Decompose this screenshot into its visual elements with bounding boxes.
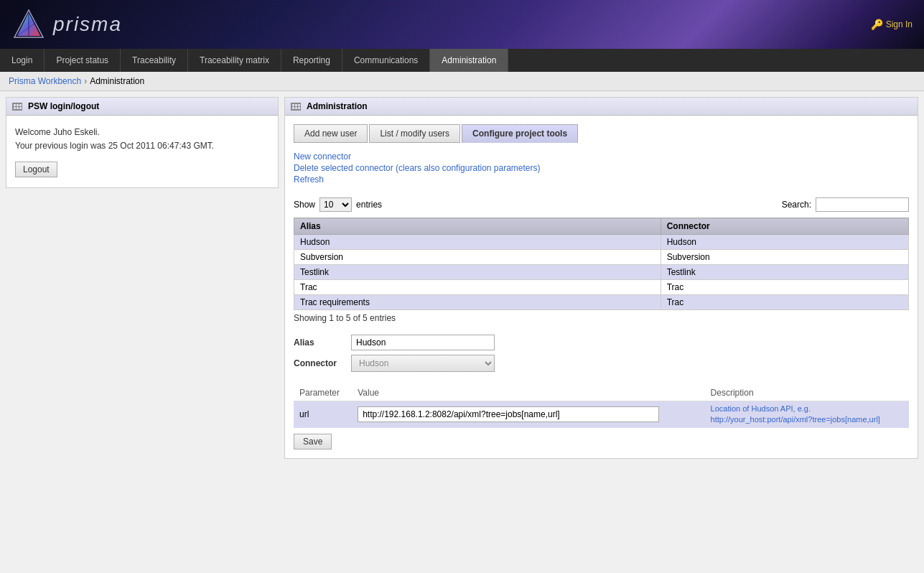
alias-input[interactable] — [351, 335, 495, 350]
tabs-container: Add new user List / modify users Configu… — [294, 124, 909, 143]
navbar: Login Project status Traceability Tracea… — [0, 49, 924, 72]
table-row[interactable]: TestlinkTestlink — [294, 265, 909, 280]
refresh-link[interactable]: Refresh — [294, 174, 909, 185]
connector-cell: Trac — [661, 295, 908, 310]
col-connector: Connector — [661, 218, 908, 235]
signin-label: Sign In — [886, 19, 913, 29]
connector-form-label: Connector — [294, 358, 351, 368]
param-desc-line2: http://your_host:port/api/xml?tree=jobs[… — [711, 415, 880, 424]
alias-cell: Testlink — [294, 265, 661, 280]
welcome-text: Welcome Juho Eskeli. Your previous login… — [15, 126, 269, 153]
nav-administration[interactable]: Administration — [430, 49, 508, 72]
breadcrumb-separator: › — [84, 76, 87, 86]
welcome-line1: Welcome Juho Eskeli. — [15, 126, 269, 139]
nav-traceability[interactable]: Traceability — [121, 49, 188, 72]
alias-row: Alias — [294, 335, 909, 350]
signin-link[interactable]: 🔑 Sign In — [871, 19, 913, 30]
nav-login[interactable]: Login — [0, 49, 45, 72]
search-label: Search: — [782, 200, 811, 210]
psw-panel: PSW login/logout Welcome Juho Eskeli. Yo… — [6, 97, 279, 188]
form-area: Alias Connector Hudson Subversion Testli… — [285, 326, 918, 385]
psw-panel-title: PSW login/logout — [28, 101, 99, 111]
connector-cell: Testlink — [661, 265, 908, 280]
breadcrumb-home[interactable]: Prisma Workbench — [9, 76, 81, 86]
header: prisma 🔑 Sign In — [0, 0, 924, 49]
search-area: Search: — [782, 197, 909, 212]
param-row: url Location of Hudson API, e.g. http://… — [294, 401, 909, 428]
tab-configure-tools[interactable]: Configure project tools — [462, 124, 578, 143]
param-name: url — [294, 401, 352, 428]
table-row[interactable]: Trac requirementsTrac — [294, 295, 909, 310]
entries-label: entries — [356, 200, 382, 210]
logo-area: prisma — [11, 7, 122, 42]
alias-cell: Trac — [294, 280, 661, 295]
connector-select[interactable]: Hudson Subversion Testlink Trac — [351, 355, 495, 372]
param-value-cell — [352, 401, 704, 428]
connector-cell: Trac — [661, 280, 908, 295]
entries-select[interactable]: 10 25 50 100 — [319, 197, 352, 212]
connector-cell: Subversion — [661, 250, 908, 265]
right-panel: Administration Add new user List / modif… — [284, 97, 918, 459]
nav-project-status[interactable]: Project status — [45, 49, 121, 72]
delete-connector-link[interactable]: Delete selected connector (clears also c… — [294, 163, 909, 173]
key-icon: 🔑 — [871, 19, 883, 30]
param-value-input[interactable] — [358, 406, 659, 422]
alias-cell: Subversion — [294, 250, 661, 265]
table-controls: Show 10 25 50 100 entries Search: — [285, 192, 918, 218]
search-input[interactable] — [816, 197, 909, 212]
col-alias: Alias — [294, 218, 661, 235]
left-panel: PSW login/logout Welcome Juho Eskeli. Yo… — [6, 97, 279, 459]
table-row[interactable]: HudsonHudson — [294, 235, 909, 250]
param-col-value: Value — [352, 385, 704, 401]
admin-panel: Administration Add new user List / modif… — [284, 97, 918, 459]
breadcrumb-current: Administration — [90, 76, 144, 86]
main-content: PSW login/logout Welcome Juho Eskeli. Yo… — [0, 91, 924, 465]
panel-grid-icon — [12, 102, 24, 111]
new-connector-link[interactable]: New connector — [294, 152, 909, 162]
connector-cell: Hudson — [661, 235, 908, 250]
nav-reporting[interactable]: Reporting — [281, 49, 342, 72]
table-row[interactable]: TracTrac — [294, 280, 909, 295]
admin-panel-icon — [291, 102, 302, 111]
admin-panel-title: Administration — [307, 101, 368, 111]
param-table: Parameter Value Description url Location… — [294, 385, 909, 428]
logo-icon — [11, 7, 46, 42]
param-col-param: Parameter — [294, 385, 352, 401]
tab-add-user[interactable]: Add new user — [294, 124, 368, 143]
show-entries-left: Show 10 25 50 100 entries — [294, 197, 382, 212]
psw-panel-body: Welcome Juho Eskeli. Your previous login… — [6, 116, 278, 187]
table-row[interactable]: SubversionSubversion — [294, 250, 909, 265]
nav-communications[interactable]: Communications — [342, 49, 430, 72]
param-col-desc: Description — [705, 385, 909, 401]
param-desc-cell: Location of Hudson API, e.g. http://your… — [705, 401, 909, 428]
alias-label: Alias — [294, 337, 351, 348]
alias-cell: Hudson — [294, 235, 661, 250]
alias-cell: Trac requirements — [294, 295, 661, 310]
tab-list-users[interactable]: List / modify users — [369, 124, 460, 143]
nav-traceability-matrix[interactable]: Traceability matrix — [188, 49, 281, 72]
show-label: Show — [294, 200, 315, 210]
action-links: New connector Delete selected connector … — [285, 152, 918, 192]
admin-panel-header: Administration — [285, 98, 918, 116]
logout-button[interactable]: Logout — [15, 162, 57, 177]
psw-panel-header: PSW login/logout — [6, 98, 278, 116]
save-button[interactable]: Save — [294, 434, 332, 449]
logo-text: prisma — [53, 13, 122, 36]
welcome-line2: Your previous login was 25 Oct 2011 06:4… — [15, 139, 269, 153]
connectors-table: Alias Connector HudsonHudsonSubversionSu… — [294, 218, 909, 310]
connector-row: Connector Hudson Subversion Testlink Tra… — [294, 355, 909, 372]
param-desc-line1: Location of Hudson API, e.g. — [711, 404, 811, 413]
showing-text: Showing 1 to 5 of 5 entries — [285, 310, 918, 326]
breadcrumb: Prisma Workbench › Administration — [0, 72, 924, 91]
